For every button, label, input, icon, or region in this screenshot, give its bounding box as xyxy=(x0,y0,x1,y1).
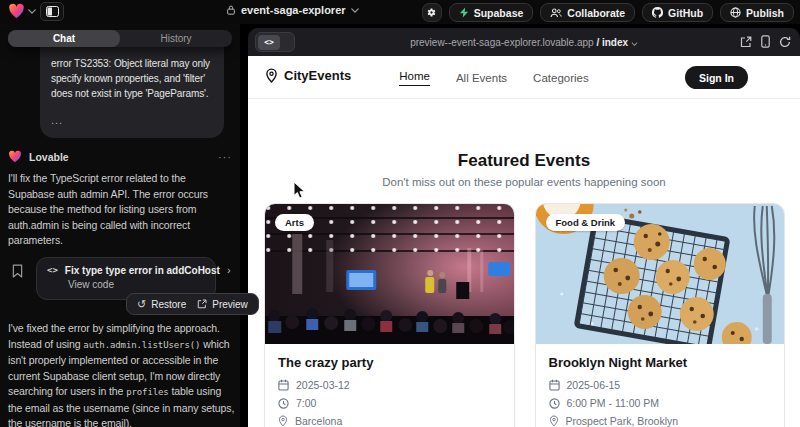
clock-icon xyxy=(278,398,289,409)
event-time: 6:00 PM - 11:00 PM xyxy=(567,397,660,409)
section-title: Featured Events xyxy=(248,151,800,171)
collaborate-label: Collaborate xyxy=(567,7,625,19)
map-pin-icon xyxy=(549,415,559,427)
sign-in-button[interactable]: Sign In xyxy=(685,66,748,89)
event-card-body: Brooklyn Night Market 2025-06-15 xyxy=(536,344,785,427)
category-badge: Arts xyxy=(275,214,314,231)
event-location: Prospect Park, Brooklyn xyxy=(566,415,679,427)
preview-toolbar: <> preview--event-saga-explorer.lovable.… xyxy=(248,28,800,56)
settings-button[interactable] xyxy=(422,3,442,22)
event-time: 7:00 xyxy=(296,397,316,409)
preview-label: Preview xyxy=(212,299,248,310)
section-subtitle: Don't miss out on these popular events h… xyxy=(248,176,800,188)
preview-toolbar-icons xyxy=(740,35,791,48)
open-in-new-tab-icon[interactable] xyxy=(740,36,752,48)
event-date: 2025-03-12 xyxy=(296,379,350,391)
external-link-icon xyxy=(197,299,207,309)
chevron-right-icon: › xyxy=(227,264,231,276)
supabase-label: Supabase xyxy=(474,7,524,19)
supabase-button[interactable]: Supabase xyxy=(449,3,534,22)
user-message-bubble[interactable]: error TS2353: Object literal may only sp… xyxy=(40,47,224,138)
event-time-row: 7:00 xyxy=(278,397,501,409)
site-header: CityEvents Home All Events Categories Si… xyxy=(248,56,800,99)
tab-chat[interactable]: Chat xyxy=(8,30,120,47)
nav-all-events[interactable]: All Events xyxy=(456,72,507,84)
publish-label: Publish xyxy=(746,7,784,19)
clock-icon xyxy=(549,398,560,409)
message-ellipsis: ... xyxy=(51,113,213,128)
event-image-conference: Arts xyxy=(265,204,514,344)
map-pin-icon xyxy=(278,415,288,427)
lock-icon xyxy=(226,4,236,16)
people-icon xyxy=(550,8,562,18)
assistant-name: Lovable xyxy=(29,151,211,163)
event-card-1[interactable]: Arts The crazy party 2025-03-12 xyxy=(264,203,515,427)
site-nav: Home All Events Categories xyxy=(248,56,740,99)
panel-icon xyxy=(46,6,59,17)
lovable-logo-menu[interactable] xyxy=(8,3,36,19)
sidebar-tabs: Chat History xyxy=(8,30,232,47)
version-actions-pill: ↺ Restore Preview xyxy=(126,293,259,315)
preview-url-dropdown[interactable]: preview--event-saga-explorer.lovable.app… xyxy=(248,37,800,48)
globe-icon xyxy=(730,7,741,18)
gear-icon xyxy=(426,7,437,18)
preview-url-domain: preview--event-saga-explorer.lovable.app xyxy=(410,37,593,48)
event-cards: Arts The crazy party 2025-03-12 xyxy=(264,203,785,427)
event-card-body: The crazy party 2025-03-12 xyxy=(265,344,514,427)
event-date-row: 2025-03-12 xyxy=(278,379,501,391)
event-date-row: 2025-06-15 xyxy=(549,379,772,391)
publish-button[interactable]: Publish xyxy=(720,3,794,22)
user-message-text: error TS2353: Object literal may only sp… xyxy=(51,56,213,101)
lovable-heart-icon xyxy=(8,150,22,163)
inline-code-1: auth.admin.listUsers() xyxy=(83,340,200,350)
github-button[interactable]: GitHub xyxy=(642,3,713,22)
collaborate-button[interactable]: Collaborate xyxy=(540,3,635,22)
app-window: event-saga-explorer Supabase xyxy=(0,0,800,427)
top-bar: event-saga-explorer Supabase xyxy=(0,0,800,24)
view-code-link[interactable]: View code xyxy=(68,279,205,290)
preview-button[interactable]: Preview xyxy=(197,299,248,310)
chevron-down-icon xyxy=(351,8,359,13)
fix-card-title: Fix type type error in addCoHost xyxy=(65,265,220,276)
mobile-view-icon[interactable] xyxy=(761,35,770,48)
event-date: 2025-06-15 xyxy=(567,379,621,391)
chevron-down-icon xyxy=(631,42,638,46)
chat-sidebar: Chat History error TS2353: Object litera… xyxy=(0,24,240,427)
assistant-paragraph-2: I've fixed the error by simplifying the … xyxy=(8,321,236,427)
restore-button[interactable]: ↺ Restore xyxy=(137,299,186,310)
nav-home[interactable]: Home xyxy=(399,70,430,86)
fix-card-row: <> Fix type type error in addCoHost › xyxy=(47,264,205,276)
chevron-down-icon xyxy=(28,9,36,14)
category-badge: Food & Drink xyxy=(546,214,626,231)
refresh-icon[interactable] xyxy=(779,36,791,48)
preview-url-path: / index xyxy=(596,37,628,48)
event-card-2[interactable]: Food & Drink Brooklyn Night Market 2025-… xyxy=(535,203,786,427)
event-location: Barcelona xyxy=(295,415,342,427)
github-label: GitHub xyxy=(668,7,703,19)
project-name-dropdown[interactable]: event-saga-explorer xyxy=(226,4,359,16)
code-icon: <> xyxy=(47,265,58,275)
supabase-icon xyxy=(459,7,469,18)
assistant-paragraph-1: I'll fix the TypeScript error related to… xyxy=(8,171,234,249)
event-location-row: Prospect Park, Brooklyn xyxy=(549,415,772,427)
restore-label: Restore xyxy=(151,299,186,310)
tab-history[interactable]: History xyxy=(120,30,232,47)
message-menu-button[interactable]: ··· xyxy=(218,151,232,163)
assistant-header: Lovable ··· xyxy=(8,150,232,163)
event-time-row: 6:00 PM - 11:00 PM xyxy=(549,397,772,409)
calendar-icon xyxy=(549,379,560,391)
nav-categories[interactable]: Categories xyxy=(533,72,589,84)
site-content: CityEvents Home All Events Categories Si… xyxy=(248,56,800,427)
mouse-cursor xyxy=(293,181,306,200)
inline-code-2: profiles xyxy=(126,387,169,397)
event-title: Brooklyn Night Market xyxy=(549,355,772,370)
event-title: The crazy party xyxy=(278,355,501,370)
restore-icon: ↺ xyxy=(137,299,146,310)
event-location-row: Barcelona xyxy=(278,415,501,427)
project-name: event-saga-explorer xyxy=(241,4,346,16)
sidebar-toggle-button[interactable] xyxy=(40,2,64,21)
bookmark-icon[interactable] xyxy=(12,264,23,278)
preview-panel: <> preview--event-saga-explorer.lovable.… xyxy=(248,28,800,427)
event-image-cookies: Food & Drink xyxy=(536,204,785,344)
top-bar-actions: Supabase Collaborate GitHub xyxy=(422,3,794,22)
